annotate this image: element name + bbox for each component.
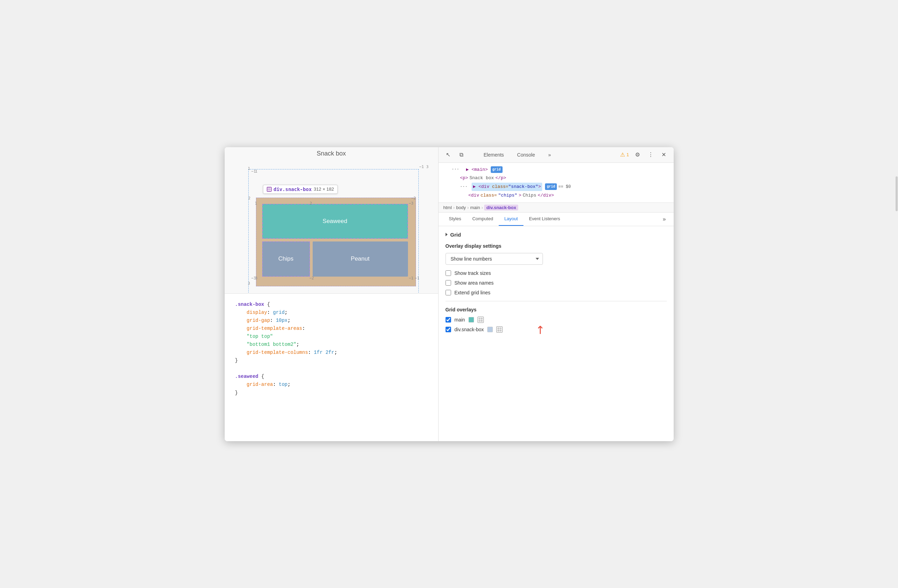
tab-console[interactable]: Console [512, 150, 540, 160]
css-val-gap: 10px [276, 318, 288, 323]
breadcrumb-html[interactable]: html [443, 205, 452, 210]
tab-more[interactable]: » [543, 150, 556, 160]
inner-grid: Seaweed Chips Peanut [260, 201, 411, 279]
css-string-top: "top top" [247, 334, 273, 339]
extend-grid-lines-checkbox[interactable] [446, 290, 451, 296]
css-prop-display: display [247, 309, 267, 315]
dom-line-p: <p>Snack box</p> [443, 174, 669, 182]
dropdown-row: Show line numbers Show area names Hide [446, 253, 667, 265]
snack-box-color-swatch[interactable] [487, 327, 493, 332]
grid-overlays-title: Grid overlays [446, 307, 667, 312]
num-label-row-minus1: −3 [251, 276, 256, 280]
expand-icon: ··· [460, 183, 468, 190]
num-label-top-r: −1 [420, 165, 424, 169]
grid-section-header: Grid [446, 232, 667, 238]
breadcrumb-snack-box[interactable]: div.snack-box [484, 205, 518, 211]
num-label-row-minus2: −2 [309, 276, 314, 280]
num-label-col-minus3: −3 [409, 201, 414, 206]
dom-line-snack-box[interactable]: ··· ▶ <div class="snack-box"> grid == $0 [443, 182, 669, 191]
dock-button[interactable]: ⧉ [457, 150, 466, 160]
css-block-seaweed: .seaweed { grid-area: top; } [235, 373, 428, 397]
tab-styles[interactable]: Styles [443, 212, 467, 226]
tab-elements[interactable]: Elements [479, 150, 509, 160]
num-label-col-n: 3 [426, 165, 429, 169]
num-label-3: 3 [248, 281, 251, 286]
num-label-col-1: 1 [255, 201, 257, 206]
cursor-tool-button[interactable]: ↖ [443, 150, 453, 160]
warning-badge: ⚠ 1 [620, 151, 629, 158]
main-grid-layout-icon[interactable] [478, 317, 484, 323]
tooltip-element-name: div.snack-box [274, 186, 312, 192]
num-label-row-1b: −1 [415, 276, 420, 280]
css-code-section: .snack-box { display: grid; grid-gap: 10… [224, 293, 438, 441]
grid-preview-area: Snack box div.snack-box 312 × 182 Seawee… [224, 147, 438, 293]
dom-pseudo-dollar: == $0 [558, 183, 571, 190]
grid-cell-seaweed: Seaweed [262, 204, 408, 239]
snack-box-grid-layout-icon[interactable] [496, 326, 503, 332]
css-selector-snack-box: .snack-box [235, 302, 264, 307]
show-track-sizes-checkbox[interactable] [446, 270, 451, 276]
overlay-row-main: main [446, 317, 667, 323]
right-panel: ↖ ⧉ Elements Console » ⚠ 1 ⚙ ⋮ ✕ ··· [438, 147, 674, 441]
show-track-sizes-label: Show track sizes [455, 270, 491, 276]
snack-box-title: Snack box [224, 147, 438, 159]
warning-count: 1 [626, 152, 629, 157]
overlay-settings-title: Overlay display settings [446, 243, 667, 249]
main-overlay-checkbox[interactable] [446, 317, 451, 323]
panel-tabs: Styles Computed Layout Event Listeners » [438, 212, 674, 226]
main-content: Snack box div.snack-box 312 × 182 Seawee… [224, 147, 674, 441]
settings-button[interactable]: ⚙ [633, 150, 643, 160]
line-numbers-dropdown[interactable]: Show line numbers Show area names Hide [446, 253, 543, 265]
dom-line-chips: <div class="chips">Chips</div> [443, 191, 669, 200]
show-area-names-checkbox[interactable] [446, 280, 451, 286]
css-prop-grid-template-columns: grid-template-columns [247, 350, 308, 355]
tab-more-panels[interactable]: » [660, 212, 669, 226]
tooltip-element-size: 312 × 182 [314, 186, 334, 192]
num-label-row-2: 2 [248, 196, 251, 200]
breadcrumb: html › body › main › div.snack-box [438, 203, 674, 212]
tab-event-listeners[interactable]: Event Listeners [523, 212, 566, 226]
dom-tree: ··· ▶ <main> grid <p>Snack box</p> ··· [438, 163, 674, 203]
dom-line-main: ··· ▶ <main> grid [443, 166, 669, 174]
css-selector-seaweed: .seaweed [235, 374, 258, 379]
warning-icon: ⚠ [620, 151, 625, 158]
num-label-outer-1: −1 [251, 169, 256, 174]
css-prop-grid-gap: grid-gap [247, 318, 270, 323]
snack-box-grid-badge: grid [545, 183, 557, 190]
snack-box-overlay-checkbox[interactable] [446, 327, 451, 332]
extend-grid-lines-label: Extend grid lines [455, 290, 491, 296]
main-color-swatch[interactable] [469, 317, 474, 323]
layout-panel: Grid Overlay display settings Show line … [438, 226, 674, 441]
close-button[interactable]: ✕ [659, 150, 669, 160]
breadcrumb-main[interactable]: main [470, 205, 480, 210]
grid-collapse-triangle[interactable] [446, 233, 447, 236]
num-label-row-r2: −2 [411, 196, 416, 200]
css-val-grid: grid [273, 309, 285, 315]
more-icon: ··· [452, 166, 460, 173]
grid-section-title: Grid [451, 232, 461, 238]
red-arrow-indicator: ↙ [532, 322, 549, 338]
checkbox-show-track-sizes: Show track sizes [446, 270, 667, 276]
tab-layout[interactable]: Layout [499, 212, 523, 226]
grid-icon [267, 187, 272, 192]
css-prop-grid-area: grid-area [247, 382, 273, 387]
selected-element: ▶ <div class="snack-box"> [472, 183, 542, 191]
browser-window: Snack box div.snack-box 312 × 182 Seawee… [224, 147, 674, 441]
devtools-toolbar: ↖ ⧉ Elements Console » ⚠ 1 ⚙ ⋮ ✕ [438, 147, 674, 163]
main-overlay-label: main [455, 317, 465, 323]
num-label-row-1: 1 [248, 166, 251, 171]
divider [446, 301, 667, 301]
checkbox-extend-grid-lines: Extend grid lines [446, 290, 667, 296]
more-menu-button[interactable]: ⋮ [646, 150, 656, 160]
overlay-row-snack-box: div.snack-box ↙ [446, 326, 667, 332]
grid-cell-peanut: Peanut [313, 242, 408, 277]
tab-computed[interactable]: Computed [467, 212, 499, 226]
snack-box-overlay-label: div.snack-box [455, 327, 484, 332]
css-block-snack-box: .snack-box { display: grid; grid-gap: 10… [235, 301, 428, 365]
css-string-bottom: "bottom1 bottom2" [247, 342, 296, 347]
show-area-names-label: Show area names [455, 280, 494, 286]
breadcrumb-body[interactable]: body [456, 205, 466, 210]
css-val-columns: 1fr 2fr [314, 350, 334, 355]
left-panel: Snack box div.snack-box 312 × 182 Seawee… [224, 147, 438, 441]
element-tooltip: div.snack-box 312 × 182 [263, 185, 338, 194]
